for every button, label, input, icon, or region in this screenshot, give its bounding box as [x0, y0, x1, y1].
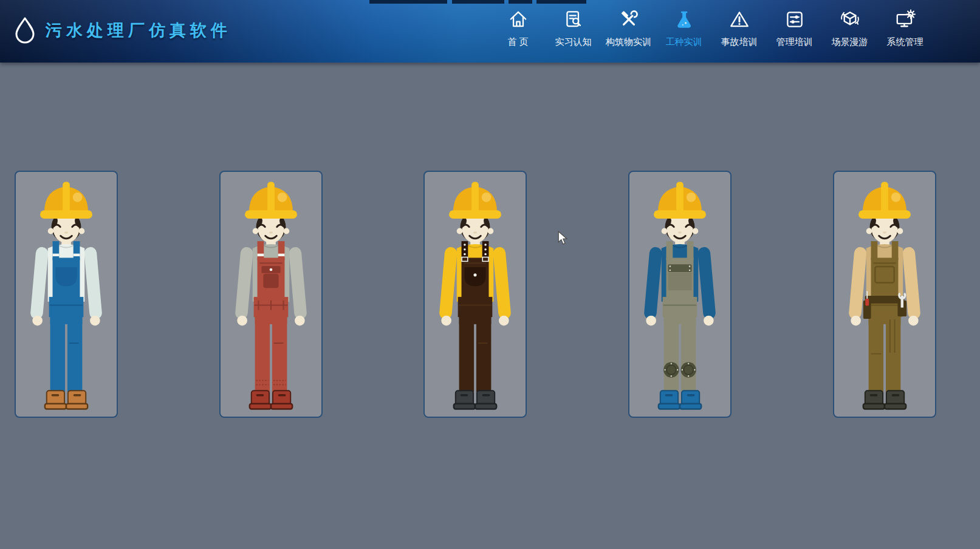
main-content — [0, 63, 980, 549]
worker-card-red-overalls[interactable] — [219, 171, 323, 418]
nav-item-label: 工种实训 — [666, 36, 702, 48]
nav-item-label: 系统管理 — [887, 36, 923, 48]
worker-illustration — [629, 172, 730, 417]
home-icon — [507, 7, 529, 32]
water-drop-icon — [13, 16, 36, 44]
worker-card-olive-overalls[interactable] — [628, 171, 732, 418]
worker-grid — [0, 171, 980, 418]
nav-item-practice-cognition[interactable]: 实习认知 — [546, 0, 601, 63]
nav-item-job-training[interactable]: 工种实训 — [656, 0, 711, 63]
nav-item-structure-training[interactable]: 构筑物实训 — [601, 0, 656, 63]
worker-illustration — [425, 172, 526, 417]
nav-item-management-training[interactable]: 管理培训 — [767, 0, 822, 63]
nav-item-label: 首 页 — [507, 36, 528, 48]
monitor-gear-icon — [894, 7, 916, 32]
nav-item-scene-roaming[interactable]: 场景漫游 — [822, 0, 877, 63]
nav-item-label: 构筑物实训 — [606, 36, 651, 48]
nav-item-label: 事故培训 — [721, 36, 758, 48]
nav-item-label: 实习认知 — [555, 36, 592, 48]
worker-illustration — [221, 172, 321, 417]
tools-icon — [618, 7, 640, 32]
cube-icon — [839, 7, 861, 32]
app-title: 污水处理厂仿真软件 — [46, 19, 231, 41]
cropped-banner — [369, 0, 586, 4]
app-window: 污水处理厂仿真软件 首 页实习认知构筑物实训工种实训事故培训管理培训场景漫游系统… — [0, 0, 980, 549]
nav-item-system-management[interactable]: 系统管理 — [877, 0, 933, 63]
app-logo: 污水处理厂仿真软件 — [13, 16, 231, 44]
flask-icon — [673, 7, 695, 32]
warning-icon — [728, 7, 750, 32]
worker-illustration — [834, 172, 935, 417]
worker-card-khaki-overalls[interactable] — [833, 171, 936, 418]
worker-card-blue-overalls[interactable] — [15, 171, 118, 418]
nav-item-label: 管理培训 — [776, 36, 813, 48]
sliders-icon — [784, 7, 806, 32]
nav-item-label: 场景漫游 — [832, 36, 868, 48]
nav-item-accident-training[interactable]: 事故培训 — [711, 0, 767, 63]
nav-menu: 首 页实习认知构筑物实训工种实训事故培训管理培训场景漫游系统管理 — [490, 0, 933, 63]
document-search-icon — [563, 7, 584, 32]
worker-card-brown-overalls[interactable] — [423, 171, 527, 418]
nav-item-home[interactable]: 首 页 — [490, 0, 546, 63]
top-nav-bar: 污水处理厂仿真软件 首 页实习认知构筑物实训工种实训事故培训管理培训场景漫游系统… — [0, 0, 980, 63]
worker-illustration — [16, 172, 117, 417]
